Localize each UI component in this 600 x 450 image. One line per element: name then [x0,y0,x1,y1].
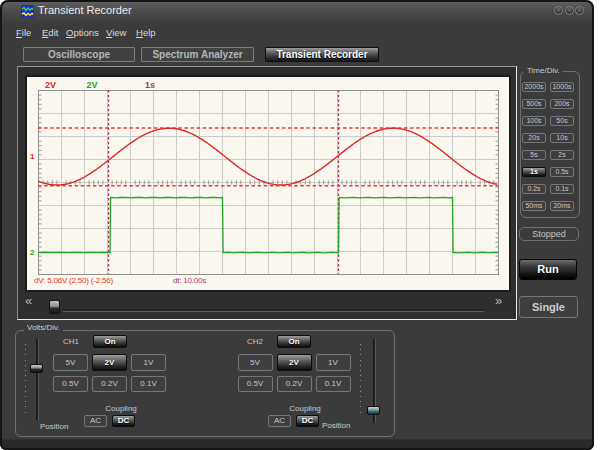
ch2-position-label: Position [322,421,350,430]
scroll-right-icon[interactable]: » [495,296,501,306]
timebase-option-2s[interactable]: 2s [550,150,574,160]
ch2-volts-option-0.2V[interactable]: 0.2V [277,376,312,392]
ch1-coupling-label: Coupling [95,404,147,413]
scroll-track[interactable] [63,309,484,311]
window-title: Transient Recorder [38,4,132,16]
single-button[interactable]: Single [519,296,578,318]
ch2-marker[interactable]: 2 [30,248,34,257]
ch1-volts-option-0.5V[interactable]: 0.5V [53,376,88,392]
maximize-icon[interactable] [565,6,574,15]
plot-panel: 2V 2V 1s 1 2 dV: 5.06V (2.50) (-2.56) dt… [17,66,517,320]
ch2-volts-option-5V[interactable]: 5V [238,354,273,371]
timebase-option-0.2s[interactable]: 0.2s [522,184,546,194]
ch2-volts-option-2V[interactable]: 2V [277,354,312,371]
scroll-left-icon[interactable]: « [25,296,31,306]
ch1-label: CH1 [63,337,79,346]
app-icon [21,5,34,18]
ch1-volts-option-5V[interactable]: 5V [53,354,88,371]
timebase-groupbox [520,71,580,218]
ch1-slider-handle[interactable] [30,364,43,373]
dt-cursor-readout: dt: 10.00s [173,276,206,285]
ch2-coupling-ac[interactable]: AC [268,415,291,427]
ch2-volts-option-0.5V[interactable]: 0.5V [238,376,273,392]
time-scale-label: 1s [145,80,155,90]
menu-file[interactable]: File [16,27,31,38]
scroll-handle[interactable] [49,300,60,314]
ch1-on-button[interactable]: On [93,335,127,348]
app-window: Transient Recorder File Edit Options Vie… [0,0,594,450]
timebase-option-0.5s[interactable]: 0.5s [550,167,574,177]
tab-spectrum-analyzer[interactable]: Spectrum Analyzer [141,47,254,62]
plot-frame: 2V 2V 1s 1 2 dV: 5.06V (2.50) (-2.56) dt… [25,75,511,292]
timebase-option-100s[interactable]: 100s [522,116,546,126]
timebase-option-20ms[interactable]: 20ms [550,201,574,211]
ch1-volts-option-1V[interactable]: 1V [131,354,166,371]
ch2-label: CH2 [247,337,263,346]
ch2-volts-option-1V[interactable]: 1V [316,354,351,371]
ch1-slider-ticks [25,344,26,416]
dv-cursor-readout: dV: 5.06V (2.50) (-2.56) [34,276,113,285]
ch1-position-label: Position [40,422,68,431]
ch2-volts-option-0.1V[interactable]: 0.1V [316,376,351,392]
ch2-coupling-label: Coupling [279,404,331,413]
ch1-volts-option-0.1V[interactable]: 0.1V [131,376,166,392]
ch2-slider-handle[interactable] [367,406,380,415]
ch1-coupling-dc[interactable]: DC [112,415,135,427]
timebase-option-50s[interactable]: 50s [550,116,574,126]
menu-edit[interactable]: Edit [42,27,58,38]
ch1-position-slider[interactable] [36,339,38,420]
status-badge: Stopped [519,227,579,241]
menu-bar: File Edit Options View Help [0,23,594,41]
timebase-option-50ms[interactable]: 50ms [522,201,546,211]
ch2-scale-label: 2V [87,80,98,90]
timebase-option-500s[interactable]: 500s [522,99,546,109]
timebase-option-1000s[interactable]: 1000s [550,82,574,92]
ch1-marker[interactable]: 1 [30,152,34,161]
waveform-svg [27,77,509,290]
menu-options[interactable]: Options [66,27,99,38]
title-bar[interactable]: Transient Recorder [0,0,594,23]
ch1-volts-option-2V[interactable]: 2V [92,354,127,371]
timebase-option-1s[interactable]: 1s [522,167,546,177]
timebase-option-200s[interactable]: 200s [550,99,574,109]
timebase-option-2000s[interactable]: 2000s [522,82,546,92]
menu-view[interactable]: View [106,27,126,38]
menu-help[interactable]: Help [136,27,156,38]
tab-oscilloscope[interactable]: Oscilloscope [23,47,135,62]
timebase-option-20s[interactable]: 20s [522,133,546,143]
timebase-option-10s[interactable]: 10s [550,133,574,143]
timebase-option-0.1s[interactable]: 0.1s [550,184,574,194]
ch2-slider-ticks [360,344,361,416]
minimize-icon[interactable] [554,6,563,15]
volts-div-title: Volts/Div. [24,323,63,332]
waveform-display[interactable]: 2V 2V 1s 1 2 dV: 5.06V (2.50) (-2.56) dt… [27,77,509,290]
ch1-volts-option-0.2V[interactable]: 0.2V [92,376,127,392]
close-icon[interactable] [575,6,584,15]
window-bottom-edge [0,439,594,450]
timebase-option-5s[interactable]: 5s [522,150,546,160]
run-button[interactable]: Run [519,259,577,280]
ch2-coupling-dc[interactable]: DC [296,415,319,427]
ch1-scale-label: 2V [45,80,56,90]
tab-transient-recorder[interactable]: Transient Recorder [265,47,379,62]
ch1-coupling-ac[interactable]: AC [84,415,107,427]
timebase-title: Time/Div. [524,66,563,75]
ch2-on-button[interactable]: On [277,335,311,348]
